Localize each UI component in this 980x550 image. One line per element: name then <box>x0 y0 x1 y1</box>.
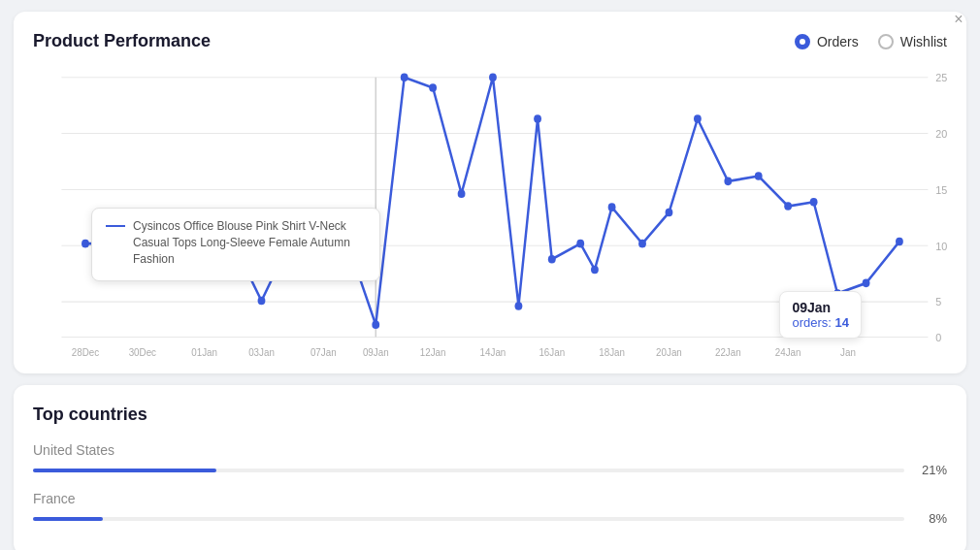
svg-text:5: 5 <box>935 296 941 308</box>
legend: Orders Wishlist <box>795 34 947 49</box>
svg-text:12Jan: 12Jan <box>420 346 446 357</box>
svg-text:15: 15 <box>935 183 947 196</box>
data-point <box>591 266 599 275</box>
orders-label: Orders <box>817 34 859 49</box>
data-point <box>429 83 437 92</box>
data-point <box>458 189 466 198</box>
data-point <box>82 240 89 248</box>
orders-tooltip: 09Jan orders: 14 <box>779 291 862 339</box>
country-bar-row: 21% <box>33 463 947 477</box>
country-pct: 21% <box>914 463 947 477</box>
svg-text:20: 20 <box>935 127 947 140</box>
data-point <box>372 320 379 329</box>
data-point <box>694 114 702 123</box>
data-point <box>515 302 523 310</box>
country-bar-fill <box>33 469 216 472</box>
svg-text:24Jan: 24Jan <box>775 346 801 357</box>
svg-text:0: 0 <box>935 331 941 343</box>
wishlist-label: Wishlist <box>900 34 947 49</box>
data-point <box>724 178 732 186</box>
data-point <box>192 218 200 227</box>
svg-text:14Jan: 14Jan <box>480 346 506 357</box>
data-point <box>489 73 497 81</box>
svg-text:30Dec: 30Dec <box>129 346 156 357</box>
country-pct: 8% <box>914 511 947 526</box>
svg-text:16Jan: 16Jan <box>539 346 565 357</box>
legend-wishlist[interactable]: Wishlist <box>878 34 947 49</box>
svg-text:28Dec: 28Dec <box>72 346 99 357</box>
svg-text:18Jan: 18Jan <box>599 346 625 357</box>
perf-title: Product Performance <box>33 31 211 51</box>
data-point <box>810 198 818 207</box>
svg-text:01Jan: 01Jan <box>191 346 217 357</box>
data-point <box>164 271 172 279</box>
top-countries-card: Top countries United States 21% France 8… <box>14 385 966 550</box>
svg-text:Jan: Jan <box>840 346 856 357</box>
data-point <box>784 202 792 210</box>
country-name: United States <box>33 442 947 458</box>
orders-line <box>85 78 899 325</box>
country-row: France 8% <box>33 491 947 526</box>
country-bar-fill <box>33 517 103 521</box>
data-point <box>548 255 556 264</box>
countries-list: United States 21% France 8% <box>33 442 947 526</box>
orders-dot <box>795 34 810 49</box>
product-performance-card: Product Performance Orders Wishlist × <box>14 12 966 373</box>
svg-text:25: 25 <box>935 72 947 84</box>
data-point <box>576 240 584 248</box>
data-point <box>343 238 351 246</box>
data-point <box>608 203 616 211</box>
chart-container: 25 20 15 10 5 0 28Dec 30Dec 01Jan 03Jan … <box>33 67 947 358</box>
data-point <box>258 297 266 306</box>
data-point <box>666 209 673 217</box>
data-point <box>314 271 322 279</box>
svg-text:09Jan: 09Jan <box>363 346 389 357</box>
data-point <box>863 279 870 288</box>
data-point <box>219 218 227 227</box>
svg-text:03Jan: 03Jan <box>248 346 275 357</box>
svg-text:07Jan: 07Jan <box>310 346 337 357</box>
data-point <box>286 238 294 246</box>
svg-text:10: 10 <box>935 240 947 252</box>
data-point <box>638 240 646 248</box>
data-point <box>896 238 903 246</box>
data-point <box>401 73 408 81</box>
close-button[interactable]: × <box>947 8 970 31</box>
country-name: France <box>33 491 947 506</box>
country-bar-bg <box>33 517 904 521</box>
perf-header: Product Performance Orders Wishlist × <box>33 31 947 51</box>
countries-title: Top countries <box>33 404 947 425</box>
data-point <box>137 218 145 227</box>
tooltip-date: 09Jan <box>792 300 849 315</box>
wishlist-dot <box>878 34 894 49</box>
country-bar-bg <box>33 469 904 472</box>
data-point <box>755 172 763 180</box>
svg-text:20Jan: 20Jan <box>656 346 682 357</box>
country-row: United States 21% <box>33 442 947 477</box>
data-point <box>534 114 541 123</box>
data-point <box>110 240 117 248</box>
tooltip-orders-value: orders: 14 <box>792 315 849 330</box>
svg-text:22Jan: 22Jan <box>715 346 741 357</box>
country-bar-row: 8% <box>33 511 947 526</box>
legend-orders[interactable]: Orders <box>795 34 859 49</box>
